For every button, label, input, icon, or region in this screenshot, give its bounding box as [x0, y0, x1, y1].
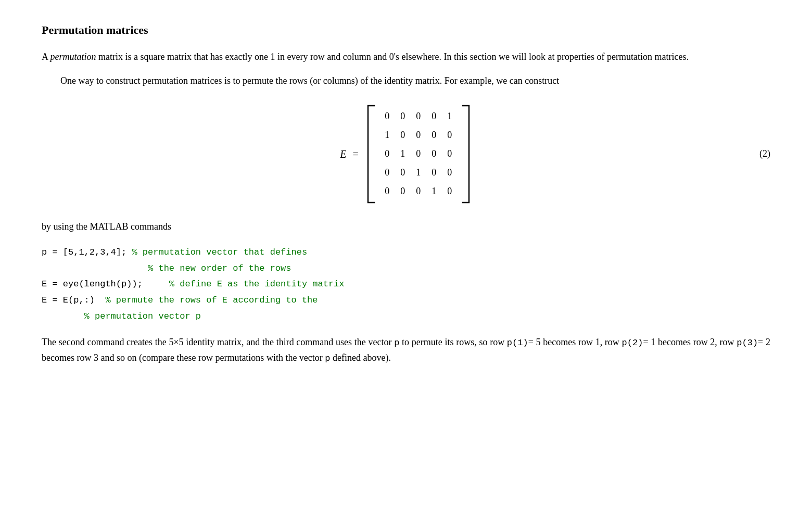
matrix-cell: 0	[395, 165, 411, 180]
by-using-text: by using the MATLAB commands	[42, 219, 770, 235]
matrix-cell: 0	[442, 165, 458, 180]
matrix-cell: 1	[411, 165, 426, 180]
matrix-cell: 0	[379, 184, 395, 199]
matrix-cell: 0	[442, 128, 458, 143]
matrix-cell: 0	[379, 109, 395, 124]
inline-code-p2: p(2)	[622, 338, 643, 348]
matrix-grid: 0 0 0 0 1 1 0 0 0 0 0 1 0 0 0	[379, 107, 458, 201]
inline-code-p: p	[394, 338, 399, 348]
bottom-paragraph: The second command creates the 5×5 ident…	[42, 335, 770, 366]
section-title: Permutation matrices	[42, 21, 770, 39]
right-bracket	[461, 105, 472, 204]
matrix-cell: 1	[379, 128, 395, 143]
matrix-cell: 0	[442, 146, 458, 161]
matrix-cell: 0	[411, 128, 426, 143]
intro-paragraph: A permutation matrix is a square matrix …	[42, 49, 770, 65]
equation-block: E = 0 0 0 0 1 1 0 0	[42, 105, 770, 204]
matrix-cell: 0	[411, 109, 426, 124]
code-line-3: E = eye(length(p)); % define E as the id…	[42, 276, 770, 293]
intro-text-rest: matrix is a square matrix that has exact…	[98, 52, 689, 62]
matrix-cell: 1	[442, 109, 458, 124]
code-block: p = [5,1,2,3,4]; % permutation vector th…	[42, 245, 770, 324]
inline-code-p-ref: p	[325, 354, 330, 363]
page-content: Permutation matrices A permutation matri…	[42, 21, 770, 366]
code-line5-green: % permutation vector p	[42, 309, 201, 325]
matrix-cell: 1	[395, 146, 411, 161]
code-line3-green: % define E as the identity matrix	[143, 276, 345, 293]
code-line4-black: E = E(p,:)	[42, 293, 95, 309]
code-line2-green: % the new order of the rows	[42, 261, 291, 277]
code-line-2: % the new order of the rows	[42, 261, 770, 277]
para2-text: One way to construct permutation matrice…	[42, 73, 770, 89]
equation-equals: =	[352, 146, 358, 162]
equation-number: (2)	[759, 146, 770, 161]
code-line-4: E = E(p,:) % permute the rows of E accor…	[42, 293, 770, 309]
code-line1-black: p = [5,1,2,3,4];	[42, 245, 126, 261]
code-line-1: p = [5,1,2,3,4]; % permutation vector th…	[42, 245, 770, 261]
matrix-cell: 0	[379, 146, 395, 161]
matrix-container: 0 0 0 0 1 1 0 0 0 0 0 1 0 0 0	[365, 105, 472, 204]
code-line-5: % permutation vector p	[42, 309, 770, 325]
code-line3-black: E = eye(length(p));	[42, 276, 143, 293]
inline-code-p3: p(3)	[737, 338, 758, 348]
inline-code-p1: p(1)	[507, 338, 528, 348]
matrix-cell: 0	[395, 109, 411, 124]
left-bracket	[365, 105, 376, 204]
matrix-cell: 0	[395, 128, 411, 143]
code-line4-green: % permute the rows of E according to the	[95, 293, 318, 309]
equation-lhs: E	[340, 146, 346, 162]
matrix-cell: 0	[379, 165, 395, 180]
matrix-cell: 0	[426, 165, 442, 180]
matrix-cell: 0	[442, 184, 458, 199]
matrix-cell: 0	[411, 146, 426, 161]
code-line1-green: % permutation vector that defines	[126, 245, 307, 261]
matrix-cell: 0	[395, 184, 411, 199]
matrix-cell: 0	[411, 184, 426, 199]
matrix-cell: 0	[426, 109, 442, 124]
matrix-cell: 1	[426, 184, 442, 199]
italic-word: permutation	[50, 52, 96, 62]
matrix-cell: 0	[426, 128, 442, 143]
matrix-cell: 0	[426, 146, 442, 161]
